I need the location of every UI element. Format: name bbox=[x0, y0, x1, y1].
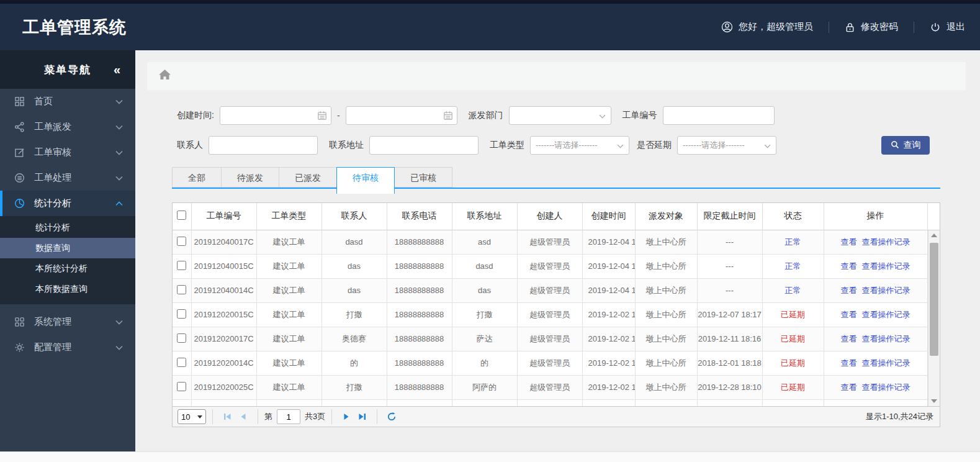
app-title: 工单管理系统 bbox=[22, 16, 127, 38]
cell-order-no: 201912020015C bbox=[191, 302, 256, 327]
change-password-button[interactable]: 修改密码 bbox=[845, 21, 898, 33]
tab-dispatched[interactable]: 已派发 bbox=[279, 167, 337, 188]
view-link[interactable]: 查看 bbox=[841, 310, 857, 319]
select-all-checkbox[interactable] bbox=[177, 211, 186, 220]
status-badge: 已延期 bbox=[781, 358, 805, 368]
row-checkbox[interactable] bbox=[177, 309, 186, 319]
view-link[interactable]: 查看 bbox=[841, 358, 857, 368]
sidebar-item-dispatch[interactable]: 工单派发 bbox=[0, 114, 135, 140]
view-link[interactable]: 查看 bbox=[841, 237, 857, 247]
view-log-link[interactable]: 查看操作记录 bbox=[862, 310, 910, 319]
cell-target: 墩上中心所 bbox=[635, 230, 697, 254]
submenu-item-statistics[interactable]: 统计分析 bbox=[0, 217, 135, 238]
tab-pending-review[interactable]: 待审核 bbox=[336, 167, 395, 194]
sidebar-item-home[interactable]: 首页 bbox=[0, 89, 135, 114]
table-scrollbar[interactable] bbox=[928, 230, 940, 406]
row-checkbox[interactable] bbox=[177, 285, 186, 294]
order-type-select[interactable]: -------请选择------- bbox=[530, 136, 629, 155]
calendar-icon[interactable] bbox=[443, 111, 453, 122]
scrollbar-thumb[interactable] bbox=[930, 243, 938, 356]
sidebar-item-label: 工单处理 bbox=[34, 172, 71, 184]
col-target: 派发对象 bbox=[635, 203, 697, 230]
row-checkbox[interactable] bbox=[177, 358, 186, 367]
row-checkbox[interactable] bbox=[177, 261, 186, 270]
cell-type: 建议工单 bbox=[256, 302, 321, 327]
view-link[interactable]: 查看 bbox=[841, 261, 857, 271]
sidebar-item-review[interactable]: 工单审核 bbox=[0, 140, 135, 165]
address-input[interactable] bbox=[369, 136, 479, 155]
cell-deadline: --- bbox=[697, 254, 762, 278]
cell-create-time: 2019-12-02 17 bbox=[582, 327, 635, 351]
next-page-button[interactable] bbox=[341, 412, 351, 422]
cell-address: 打撒 bbox=[452, 302, 517, 327]
cell-status: 正常 bbox=[762, 278, 824, 302]
delay-label: 是否延期 bbox=[637, 140, 672, 151]
col-actions: 操作 bbox=[824, 203, 927, 230]
cell-target: 墩上中心所 bbox=[635, 254, 697, 278]
calendar-icon[interactable] bbox=[317, 111, 327, 122]
row-checkbox[interactable] bbox=[177, 406, 186, 407]
sidebar-item-config[interactable]: 配置管理 bbox=[0, 335, 135, 360]
chevron-down-icon bbox=[197, 415, 202, 419]
contact-input[interactable] bbox=[209, 136, 318, 155]
submenu-item-data-query[interactable]: 数据查询 bbox=[0, 238, 135, 258]
row-checkbox[interactable] bbox=[177, 382, 186, 391]
order-no-input[interactable] bbox=[663, 106, 775, 125]
cell-order-no: 201912020017C bbox=[191, 327, 256, 351]
scroll-down-arrow-icon[interactable] bbox=[931, 399, 937, 403]
cell-create-time bbox=[582, 399, 635, 406]
view-link[interactable]: 查看 bbox=[841, 286, 857, 295]
last-page-button[interactable] bbox=[357, 412, 367, 422]
home-icon[interactable] bbox=[159, 70, 171, 83]
page-number-input[interactable] bbox=[277, 409, 300, 424]
row-checkbox[interactable] bbox=[177, 237, 186, 246]
sidebar-item-statistics[interactable]: 统计分析 bbox=[0, 191, 135, 216]
refresh-icon[interactable] bbox=[387, 412, 397, 422]
row-checkbox[interactable] bbox=[177, 333, 186, 343]
chevron-down-icon bbox=[617, 141, 624, 150]
table-row: 201912040017C 建议工单 dasd 18888888888 asd … bbox=[173, 230, 940, 254]
col-creator: 创建人 bbox=[517, 203, 582, 230]
cell-create-time: 2019-12-02 16 bbox=[582, 302, 635, 327]
cell-checkbox bbox=[173, 230, 191, 254]
cell-actions: 查看查看操作记录 bbox=[824, 230, 927, 254]
sidebar-item-system[interactable]: 系统管理 bbox=[0, 309, 135, 335]
delay-select[interactable]: -------请选择------- bbox=[677, 136, 776, 155]
cell-address: asd bbox=[452, 230, 517, 254]
cell-deadline: 2019-12-28 18:10 bbox=[697, 375, 762, 399]
submenu-item-local-statistics[interactable]: 本所统计分析 bbox=[0, 258, 135, 279]
cell-type bbox=[256, 399, 321, 406]
submenu-item-local-data-query[interactable]: 本所数据查询 bbox=[0, 279, 135, 299]
tab-reviewed[interactable]: 已审核 bbox=[394, 167, 452, 188]
view-log-link[interactable]: 查看操作记录 bbox=[862, 358, 910, 368]
view-log-link[interactable]: 查看操作记录 bbox=[862, 237, 910, 247]
cell-creator: 超级管理员 bbox=[517, 375, 582, 399]
view-link[interactable]: 查看 bbox=[841, 383, 857, 392]
view-link[interactable]: 查看 bbox=[841, 334, 857, 343]
cell-order-no: 201912040014C bbox=[191, 278, 256, 302]
logout-button[interactable]: 退出 bbox=[930, 21, 965, 33]
cell-target bbox=[635, 399, 697, 406]
page-size-select[interactable]: 10 bbox=[178, 409, 206, 424]
sidebar: 菜单导航 « 首页 工单派发 工单审核 工单处理 统计分析 bbox=[0, 50, 135, 451]
view-log-link[interactable]: 查看操作记录 bbox=[862, 286, 910, 295]
search-button[interactable]: 查询 bbox=[881, 136, 930, 155]
view-log-link[interactable]: 查看操作记录 bbox=[862, 383, 910, 392]
view-log-link[interactable]: 查看操作记录 bbox=[862, 334, 910, 343]
tab-all[interactable]: 全部 bbox=[172, 167, 222, 188]
sidebar-collapse-icon[interactable]: « bbox=[114, 63, 122, 77]
create-time-end-input[interactable] bbox=[346, 106, 457, 125]
dept-select[interactable] bbox=[509, 106, 611, 125]
tab-pending-dispatch[interactable]: 待派发 bbox=[221, 167, 279, 188]
scroll-up-arrow-icon[interactable] bbox=[931, 233, 937, 237]
first-page-button[interactable] bbox=[222, 412, 232, 422]
sidebar-item-process[interactable]: 工单处理 bbox=[0, 165, 135, 191]
cell-status: 已延期 bbox=[762, 351, 824, 375]
dept-label: 派发部门 bbox=[469, 110, 503, 121]
user-greeting[interactable]: 您好，超级管理员 bbox=[721, 21, 813, 33]
view-log-link[interactable]: 查看操作记录 bbox=[862, 261, 910, 271]
select-all-header bbox=[173, 203, 191, 230]
cell-phone: 18888888888 bbox=[387, 351, 452, 375]
prev-page-button[interactable] bbox=[238, 412, 248, 422]
create-time-start-input[interactable] bbox=[220, 106, 331, 125]
